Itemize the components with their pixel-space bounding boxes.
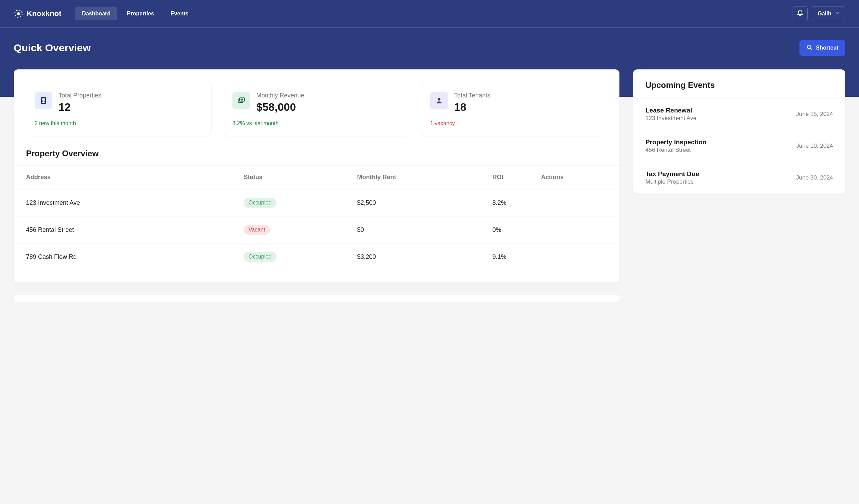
nav-tab-properties[interactable]: Properties (120, 7, 161, 20)
actions-cell[interactable] (541, 243, 619, 270)
nav-tab-events[interactable]: Events (164, 7, 195, 20)
table-row: 789 Cash Flow Rd Occupied $3,200 9.1% (14, 243, 619, 270)
event-subtitle: 456 Rental Street (645, 147, 706, 154)
event-row[interactable]: Lease Renewal 123 Investment Ave June 15… (633, 98, 845, 130)
stat-label: Total Tenants (454, 92, 490, 100)
user-name-label: Galih (818, 11, 831, 17)
actions-cell[interactable] (541, 216, 619, 243)
table-row: 456 Rental Street Vacant $0 0% (14, 216, 619, 243)
events-panel: Upcoming Events Lease Renewal 123 Invest… (633, 69, 845, 194)
rent-cell: $2,500 (357, 189, 492, 216)
app-logo[interactable]: Knoxknot (14, 9, 61, 18)
property-table: AddressStatusMonthly RentROIActions 123 … (14, 165, 619, 270)
column-header: Monthly Rent (357, 165, 492, 189)
event-name: Lease Renewal (645, 107, 696, 114)
events-title: Upcoming Events (633, 69, 845, 98)
shortcut-button[interactable]: Shortcut (799, 40, 845, 56)
nav-bar: Knoxknot DashboardPropertiesEvents Galih (0, 0, 859, 28)
column-header: Status (244, 165, 357, 189)
stat-subtext: 8.2% vs last month (232, 120, 401, 127)
event-subtitle: 123 Investment Ave (645, 115, 696, 122)
nav-tab-dashboard[interactable]: Dashboard (75, 7, 117, 20)
status-badge: Occupied (244, 198, 277, 208)
page-title: Quick Overview (14, 42, 91, 54)
stat-subtext: 1 vacancy (430, 120, 599, 127)
stat-card: Monthly Revenue $58,000 8.2% vs last mon… (224, 82, 409, 136)
roi-cell: 8.2% (492, 189, 541, 216)
address-cell: 789 Cash Flow Rd (14, 243, 244, 270)
status-cell: Occupied (244, 243, 357, 270)
actions-cell[interactable] (541, 189, 619, 216)
user-menu-button[interactable]: Galih (812, 6, 845, 21)
logo-icon (14, 9, 23, 18)
stat-value: $58,000 (256, 101, 304, 114)
event-row[interactable]: Tax Payment Due Multiple Properties June… (633, 162, 845, 194)
roi-cell: 9.1% (492, 243, 541, 270)
svg-rect-4 (41, 97, 46, 104)
rent-cell: $3,200 (357, 243, 492, 270)
person-icon (430, 92, 448, 109)
roi-cell: 0% (492, 216, 541, 243)
event-name: Tax Payment Due (645, 170, 699, 178)
stat-label: Monthly Revenue (256, 92, 304, 100)
overview-panel: Total Properties 12 2 new this month Mon… (14, 69, 619, 282)
chevron-down-icon (835, 11, 839, 17)
search-icon (806, 44, 812, 52)
rent-cell: $0 (357, 216, 492, 243)
app-name-label: Knoxknot (27, 9, 61, 18)
svg-line-3 (811, 48, 812, 49)
stat-value: 12 (59, 101, 101, 114)
column-header: Actions (541, 165, 619, 189)
event-date: June 15, 2024 (796, 111, 833, 118)
table-title: Property Overview (26, 149, 607, 158)
status-badge: Occupied (244, 252, 277, 262)
address-cell: 123 Investment Ave (14, 189, 244, 216)
column-header: ROI (492, 165, 541, 189)
event-date: June 10, 2024 (796, 143, 833, 149)
next-panel-stub (14, 295, 619, 302)
address-cell: 456 Rental Street (14, 216, 244, 243)
table-row: 123 Investment Ave Occupied $2,500 8.2% (14, 189, 619, 216)
stat-card: Total Tenants 18 1 vacancy (422, 82, 607, 136)
event-name: Property Inspection (645, 138, 706, 146)
status-badge: Vacant (244, 225, 270, 235)
status-cell: Vacant (244, 216, 357, 243)
event-date: June 30, 2024 (796, 174, 833, 181)
stat-card: Total Properties 12 2 new this month (26, 82, 211, 136)
bell-icon (797, 10, 804, 18)
stat-label: Total Properties (59, 92, 101, 100)
status-cell: Occupied (244, 189, 357, 216)
stat-subtext: 2 new this month (35, 120, 203, 127)
shortcut-label: Shortcut (816, 45, 838, 51)
event-row[interactable]: Property Inspection 456 Rental Street Ju… (633, 130, 845, 162)
money-icon (232, 92, 250, 109)
svg-point-14 (438, 98, 440, 101)
notifications-button[interactable] (793, 6, 808, 21)
building-icon (35, 92, 52, 109)
svg-point-1 (17, 13, 20, 15)
column-header: Address (14, 165, 244, 189)
event-subtitle: Multiple Properties (645, 178, 699, 185)
stat-value: 18 (454, 101, 490, 114)
